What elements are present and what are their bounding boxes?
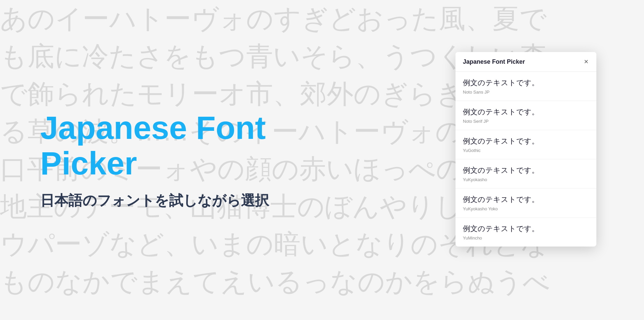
font-list[interactable]: 例文のテキストです。Noto Sans JP例文のテキストです。Noto Ser…: [455, 72, 596, 247]
font-name-label: YuKyokasho: [463, 177, 589, 182]
close-button[interactable]: ×: [583, 58, 589, 65]
font-list-item[interactable]: 例文のテキストです。Noto Sans JP: [455, 72, 596, 101]
font-list-item[interactable]: 例文のテキストです。YuMincho: [455, 218, 596, 247]
font-name-label: YuKyokasho Yoko: [463, 206, 589, 211]
panel-title: Japanese Font Picker: [463, 58, 525, 65]
panel-header: Japanese Font Picker ×: [455, 52, 596, 72]
font-sample-text: 例文のテキストです。: [463, 107, 589, 117]
font-picker-panel: Japanese Font Picker × 例文のテキストです。Noto Sa…: [455, 52, 596, 247]
font-name-label: YuMincho: [463, 235, 589, 241]
font-sample-text: 例文のテキストです。: [463, 195, 589, 205]
font-sample-text: 例文のテキストです。: [463, 78, 589, 88]
font-sample-text: 例文のテキストです。: [463, 224, 589, 234]
font-sample-text: 例文のテキストです。: [463, 136, 589, 146]
font-list-item[interactable]: 例文のテキストです。YuKyokasho Yoko: [455, 189, 596, 218]
font-list-item[interactable]: 例文のテキストです。YuKyokasho: [455, 159, 596, 189]
font-name-label: YuGothic: [463, 148, 589, 153]
hero-subtitle: 日本語のフォントを試しながら選択: [40, 191, 342, 210]
font-sample-text: 例文のテキストです。: [463, 165, 589, 175]
font-list-item[interactable]: 例文のテキストです。Noto Serif JP: [455, 101, 596, 130]
font-list-item[interactable]: 例文のテキストです。YuGothic: [455, 130, 596, 159]
font-name-label: Noto Sans JP: [463, 90, 589, 95]
font-name-label: Noto Serif JP: [463, 119, 589, 124]
hero-title: Japanese Font Picker: [40, 110, 342, 181]
hero-section: Japanese Font Picker 日本語のフォントを試しながら選択: [40, 110, 342, 210]
